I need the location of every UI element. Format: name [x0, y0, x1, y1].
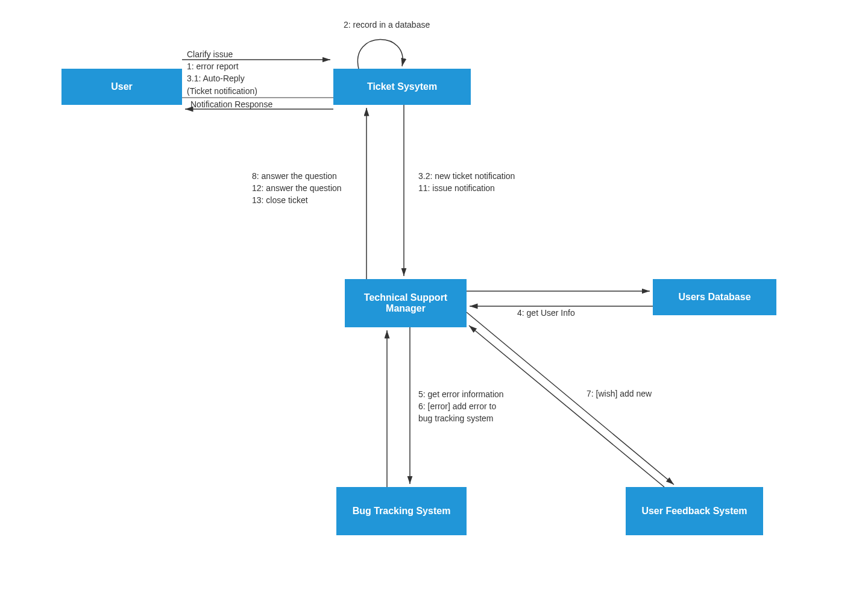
label-get-error-2: 6: [error] add error to: [418, 401, 496, 413]
label-issue-notif: 11: issue notification: [418, 183, 495, 195]
node-users-db-label: Users Database: [678, 292, 750, 303]
label-auto-reply-2: (Ticket notification): [187, 86, 257, 98]
label-notification-response: Notification Response: [190, 99, 272, 111]
label-get-user-info: 4: get User Info: [517, 307, 575, 319]
label-new-ticket: 3.2: new ticket notification: [418, 171, 515, 183]
node-users-db: Users Database: [653, 279, 776, 315]
node-bug-tracking-label: Bug Tracking System: [353, 506, 451, 517]
label-record-db: 2: record in a database: [344, 19, 430, 31]
node-tech-support-label: Technical Support Manager: [350, 292, 462, 314]
node-bug-tracking: Bug Tracking System: [336, 487, 467, 535]
node-tech-support: Technical Support Manager: [345, 279, 467, 327]
label-clarify: Clarify issue: [187, 49, 233, 61]
label-close-13: 13: close ticket: [252, 195, 308, 207]
label-answer-8: 8: answer the question: [252, 171, 337, 183]
svg-line-10: [469, 325, 664, 487]
label-wish-add: 7: [wish] add new: [587, 388, 652, 400]
node-user-feedback-label: User Feedback System: [641, 506, 747, 517]
node-ticket-system-label: Ticket Sysytem: [367, 81, 437, 92]
label-get-error-3: bug tracking system: [418, 413, 494, 425]
node-user-label: User: [111, 81, 133, 92]
node-user-feedback: User Feedback System: [626, 487, 763, 535]
node-ticket-system: Ticket Sysytem: [333, 69, 471, 105]
label-answer-12: 12: answer the question: [252, 183, 342, 195]
label-auto-reply-1: 3.1: Auto-Reply: [187, 73, 245, 85]
label-get-error-1: 5: get error information: [418, 389, 504, 401]
label-error-report: 1: error report: [187, 61, 239, 73]
node-user: User: [61, 69, 182, 105]
